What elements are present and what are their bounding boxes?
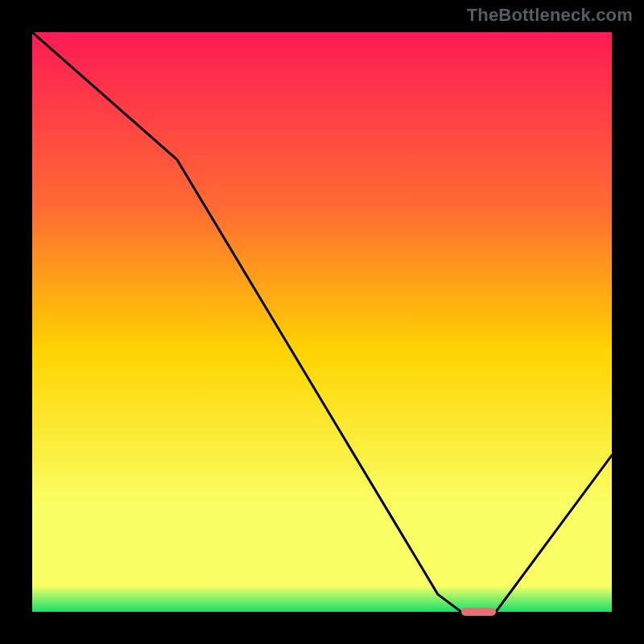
heatmap-background <box>32 32 612 612</box>
optimal-range-marker <box>461 608 496 616</box>
watermark-text: TheBottleneck.com <box>467 5 633 26</box>
bottleneck-chart <box>32 32 612 612</box>
